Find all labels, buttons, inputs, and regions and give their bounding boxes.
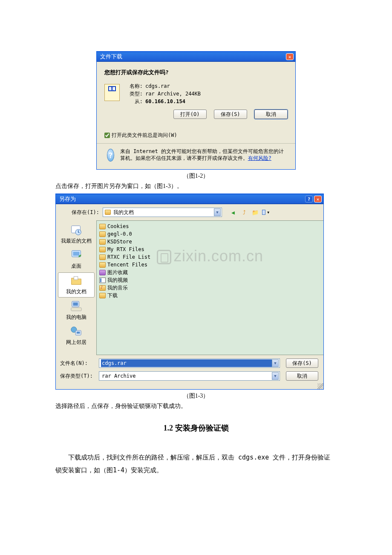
body-text-1: 点击保存，打开图片另存为窗口，如（图1-3）。 xyxy=(55,182,337,191)
resize-grip-icon[interactable] xyxy=(317,383,323,389)
cancel-button[interactable]: 取消 xyxy=(286,371,318,381)
folder-icon xyxy=(99,224,106,229)
save-button[interactable]: 保存(S) xyxy=(214,110,247,119)
place-label: 我最近的文档 xyxy=(58,237,95,245)
svg-rect-7 xyxy=(71,308,81,311)
save-in-value: 我的文档 xyxy=(113,209,134,216)
file-type: rar Archive, 244KB xyxy=(145,91,201,97)
always-ask-label: 打开此类文件前总是询问(W) xyxy=(112,132,177,139)
place-network[interactable]: 网上邻居 xyxy=(58,324,95,348)
places-bar: 我最近的文档 桌面 我的文档 我的电脑 xyxy=(56,220,96,355)
titlebar[interactable]: 另存为 ? ✕ xyxy=(56,194,323,204)
purple-icon xyxy=(99,270,106,275)
help-icon[interactable]: ? xyxy=(305,196,313,202)
file-source: 60.166.10.154 xyxy=(145,98,185,104)
file-list[interactable]: Cookiesgegl-0.0KSDStoreMy RTX FilesRTXC … xyxy=(96,220,323,355)
file-name: cdgs.rar xyxy=(145,83,170,89)
place-mycomputer[interactable]: 我的电脑 xyxy=(58,298,95,323)
documents-icon xyxy=(69,274,84,287)
chevron-down-icon[interactable]: ▼ xyxy=(272,372,279,380)
list-item-label: Cookies xyxy=(107,223,129,229)
list-item[interactable]: Tencent Files xyxy=(99,261,321,269)
list-item-label: 我的视频 xyxy=(107,277,128,284)
svg-rect-3 xyxy=(73,252,79,256)
filetype-field[interactable] xyxy=(101,372,272,380)
info-icon: ? xyxy=(107,149,114,162)
list-item[interactable]: 下载 xyxy=(99,292,321,299)
list-item-label: My RTX Files xyxy=(107,246,144,252)
filetype-label: 保存类型(T): xyxy=(56,373,96,380)
always-ask-checkbox[interactable] xyxy=(104,133,110,138)
list-item-label: KSDStore xyxy=(107,239,132,245)
list-item-label: 图片收藏 xyxy=(107,269,128,276)
open-button[interactable]: 打开(O) xyxy=(173,110,207,119)
name-label: 名称: xyxy=(127,82,143,90)
save-as-dialog: 另存为 ? ✕ 保存在(I): 我的文档 ▼ ◀ ⤴ 📁 ▼ 我最近的文档 xyxy=(55,194,324,390)
file-icon: R xyxy=(104,84,120,101)
list-item[interactable]: My RTX Files xyxy=(99,246,321,253)
video-icon xyxy=(99,278,106,283)
place-desktop[interactable]: 桌面 xyxy=(58,247,95,272)
from-label: 从: xyxy=(127,98,143,105)
filename-field[interactable] xyxy=(101,359,272,367)
close-icon[interactable]: ✕ xyxy=(286,53,294,60)
save-in-combo[interactable]: 我的文档 ▼ xyxy=(103,208,222,217)
save-in-label: 保存在(I): xyxy=(60,209,103,216)
titlebar[interactable]: 文件下载 ✕ xyxy=(97,52,295,62)
folder-icon xyxy=(99,247,106,252)
list-item[interactable]: 我的音乐 xyxy=(99,284,321,292)
divider xyxy=(97,143,295,144)
warning-text: 来自 Internet 的文件可能对您有所帮助，但某些文件可能危害您的计算机。如… xyxy=(120,148,285,162)
close-icon[interactable]: ✕ xyxy=(314,196,322,202)
svg-rect-4 xyxy=(74,277,78,280)
recent-icon xyxy=(69,223,84,237)
section-body: 下载成功后，找到文件所在的路径，解压缩，解压后，双击 cdgs.exe 文件，打… xyxy=(55,451,337,477)
place-label: 桌面 xyxy=(58,263,95,270)
filename-input[interactable]: ▼ xyxy=(99,358,280,368)
section-heading-1-2: 1.2 安装身份验证锁 xyxy=(55,423,337,433)
list-item[interactable]: 图片收藏 xyxy=(99,269,321,276)
computer-icon xyxy=(69,299,84,313)
place-mydocs[interactable]: 我的文档 xyxy=(58,272,95,298)
file-metadata: 名称:cdgs.rar 类型:rar Archive, 244KB 从:60.1… xyxy=(127,82,201,105)
file-download-dialog: 文件下载 ✕ 您想打开或保存此文件吗? R 名称:cdgs.rar 类型:rar… xyxy=(96,51,296,170)
dialog-title: 另存为 xyxy=(59,195,76,203)
type-label: 类型: xyxy=(127,90,143,98)
list-item[interactable]: RTXC File List xyxy=(99,253,321,261)
view-menu-icon[interactable]: ▼ xyxy=(262,208,271,217)
svg-rect-6 xyxy=(73,303,78,306)
list-item[interactable]: 我的视频 xyxy=(99,276,321,284)
chevron-down-icon[interactable]: ▼ xyxy=(272,359,279,367)
desktop-icon xyxy=(69,248,84,262)
toolbar-nav: ◀ ⤴ 📁 ▼ xyxy=(229,208,271,217)
place-label: 我的电脑 xyxy=(58,314,95,321)
folder-icon xyxy=(99,231,106,237)
filename-label: 文件名(N): xyxy=(56,360,96,367)
filetype-combo[interactable]: ▼ xyxy=(99,371,280,381)
folder-icon xyxy=(99,262,106,268)
place-label: 我的文档 xyxy=(58,288,94,295)
risk-link[interactable]: 有何风险? xyxy=(248,155,271,161)
list-item-label: 我的音乐 xyxy=(107,284,128,292)
folder-icon xyxy=(99,254,106,260)
svg-rect-10 xyxy=(76,332,80,334)
back-icon[interactable]: ◀ xyxy=(229,208,237,217)
new-folder-icon[interactable]: 📁 xyxy=(251,208,259,217)
chevron-down-icon[interactable]: ▼ xyxy=(214,208,221,216)
list-item-label: RTXC File List xyxy=(107,254,150,260)
list-item[interactable]: Cookies xyxy=(99,223,321,230)
up-folder-icon[interactable]: ⤴ xyxy=(240,208,248,217)
folder-icon xyxy=(99,239,106,245)
rar-badge-icon: R xyxy=(108,86,116,91)
network-icon xyxy=(69,324,84,338)
list-item-label: Tencent Files xyxy=(107,262,147,268)
list-item[interactable]: KSDStore xyxy=(99,238,321,246)
list-item-label: 下载 xyxy=(107,292,118,299)
place-label: 网上邻居 xyxy=(58,339,95,346)
save-button[interactable]: 保存(S) xyxy=(286,358,318,368)
place-recent[interactable]: 我最近的文档 xyxy=(58,222,95,246)
figure-caption-1-2: （图1-2） xyxy=(55,172,337,180)
folder-icon xyxy=(99,293,106,298)
cancel-button[interactable]: 取消 xyxy=(254,110,288,119)
list-item[interactable]: gegl-0.0 xyxy=(99,230,321,238)
